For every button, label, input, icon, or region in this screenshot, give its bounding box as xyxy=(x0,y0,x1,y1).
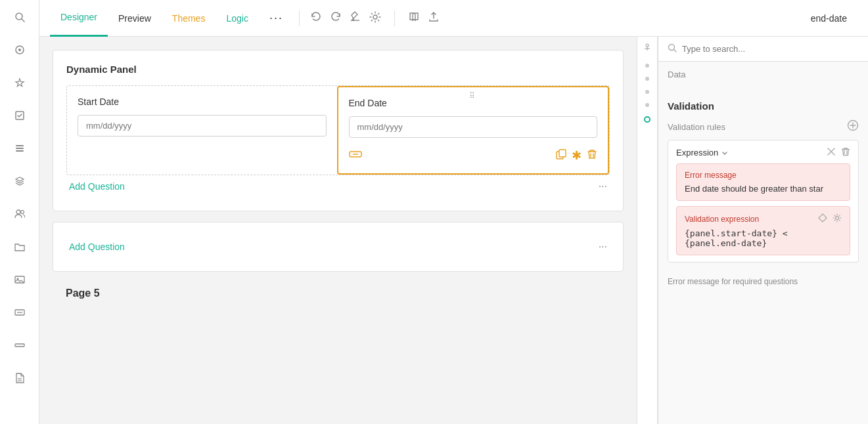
page-title: end-date xyxy=(811,13,857,24)
tab-themes[interactable]: Themes xyxy=(162,0,216,37)
undo-icon[interactable] xyxy=(310,11,322,26)
question-actions: ✱ xyxy=(349,148,598,163)
error-message-text: End date should be greater than star xyxy=(685,184,842,194)
start-date-label: Start Date xyxy=(78,96,327,107)
textbox-icon[interactable] xyxy=(9,302,30,323)
rule-clear-icon[interactable] xyxy=(827,147,836,158)
panel-more-menu[interactable]: ··· xyxy=(599,180,607,192)
star-icon[interactable] xyxy=(9,72,30,93)
validation-rules-label: Validation rules xyxy=(668,122,725,132)
minus-action-icon[interactable] xyxy=(349,150,362,161)
expr-gear-icon[interactable] xyxy=(833,213,842,224)
search-icon[interactable] xyxy=(9,7,30,28)
right-panel: Data Validation Validation rules Express… xyxy=(658,37,868,424)
tab-logic[interactable]: Logic xyxy=(216,0,258,37)
svg-point-3 xyxy=(18,49,21,51)
copy-icon[interactable] xyxy=(556,149,566,162)
expression-selector[interactable]: Expression xyxy=(676,148,729,158)
dynamic-panel-inner: Start Date ⠿ End Date xyxy=(66,85,610,175)
end-date-question[interactable]: ⠿ End Date ✱ xyxy=(337,86,610,175)
tab-designer[interactable]: Designer xyxy=(50,0,108,37)
svg-rect-14 xyxy=(15,344,24,347)
page-footer: Page 5 xyxy=(53,282,624,305)
target-icon[interactable] xyxy=(9,39,30,60)
doc-icon[interactable] xyxy=(9,368,30,389)
add-question-card-2: Add Question ··· xyxy=(53,222,624,272)
minus-icon[interactable] xyxy=(9,335,30,356)
check-icon[interactable] xyxy=(9,105,30,126)
delete-icon[interactable] xyxy=(587,149,597,162)
expr-label: Validation expression xyxy=(685,215,759,224)
list-icon[interactable] xyxy=(9,138,30,159)
settings-icon[interactable] xyxy=(369,11,381,26)
tab-more[interactable]: ··· xyxy=(259,0,294,37)
main-wrapper: Designer Preview Themes Logic ··· xyxy=(39,0,868,424)
validation-title: Validation xyxy=(668,100,714,112)
users-icon[interactable] xyxy=(9,203,30,224)
expr-actions xyxy=(818,213,842,224)
expression-label: Expression xyxy=(676,148,718,158)
left-sidebar xyxy=(0,0,39,424)
start-date-question: Start Date xyxy=(67,86,337,175)
svg-rect-7 xyxy=(16,150,24,152)
add-question-row-2: Add Question ··· xyxy=(66,236,610,258)
panel-title: Dynamic Panel xyxy=(66,64,610,75)
layers-icon[interactable] xyxy=(9,171,30,192)
validation-rules-row: Validation rules xyxy=(658,117,868,140)
content-area: Dynamic Panel Start Date ⠿ End Date xyxy=(39,37,868,424)
mid-controls xyxy=(637,37,658,424)
add-question-btn-2[interactable]: Add Question xyxy=(69,242,125,252)
book-icon[interactable] xyxy=(408,11,420,26)
svg-point-8 xyxy=(16,210,20,214)
svg-rect-6 xyxy=(16,148,24,149)
nav-toolbar xyxy=(310,11,440,26)
required-icon[interactable]: ✱ xyxy=(572,148,582,163)
data-label: Data xyxy=(668,62,859,83)
anchor-icon[interactable] xyxy=(643,43,652,54)
dot-4 xyxy=(645,103,649,107)
expr-diamond-icon[interactable] xyxy=(818,213,827,224)
rule-actions xyxy=(827,147,850,158)
expr-value: {panel.start-date} < {panel.end-date} xyxy=(685,228,842,248)
folder-icon[interactable] xyxy=(9,236,30,257)
expr-label-row: Validation expression xyxy=(685,213,842,224)
svg-rect-5 xyxy=(16,145,24,146)
end-date-input[interactable] xyxy=(349,116,598,138)
page-number: Page 5 xyxy=(66,287,610,299)
start-date-input[interactable] xyxy=(78,115,327,137)
rule-delete-icon[interactable] xyxy=(841,147,850,158)
dynamic-panel-card: Dynamic Panel Start Date ⠿ End Date xyxy=(53,50,624,211)
error-message-section: Error message End date should be greater… xyxy=(676,163,850,201)
redo-icon[interactable] xyxy=(330,11,342,26)
add-question-row-1: Add Question ··· xyxy=(66,175,610,198)
svg-point-9 xyxy=(20,211,24,214)
svg-point-18 xyxy=(373,15,377,19)
canvas: Dynamic Panel Start Date ⠿ End Date xyxy=(39,37,637,424)
rule-card: Expression Error message xyxy=(668,140,859,263)
dot-active xyxy=(644,116,651,123)
rule-header: Expression xyxy=(676,147,850,158)
svg-point-30 xyxy=(836,217,839,220)
tab-preview[interactable]: Preview xyxy=(108,0,162,37)
top-nav: Designer Preview Themes Logic ··· xyxy=(39,0,868,37)
dot-2 xyxy=(645,77,649,81)
svg-line-26 xyxy=(674,50,677,53)
panel-more-menu-2[interactable]: ··· xyxy=(599,241,607,253)
validation-header: Validation xyxy=(658,93,868,117)
upload-icon[interactable] xyxy=(428,11,440,26)
right-panel-search xyxy=(658,37,868,62)
error-required-label: Error message for required questions xyxy=(658,270,868,286)
add-question-btn-1[interactable]: Add Question xyxy=(69,181,125,192)
drag-handle[interactable]: ⠿ xyxy=(469,91,476,100)
add-rule-btn[interactable] xyxy=(847,119,859,135)
dot-3 xyxy=(645,90,649,94)
dot-1 xyxy=(645,64,649,68)
eraser-icon[interactable] xyxy=(350,11,361,26)
right-panel-search-input[interactable] xyxy=(682,44,859,54)
validation-expression-section: Validation expression {panel.start-date}… xyxy=(676,206,850,255)
error-message-label: Error message xyxy=(685,171,842,180)
image-icon[interactable] xyxy=(9,269,30,290)
svg-line-1 xyxy=(22,19,24,22)
right-panel-search-icon xyxy=(668,43,677,54)
svg-point-23 xyxy=(646,44,649,47)
